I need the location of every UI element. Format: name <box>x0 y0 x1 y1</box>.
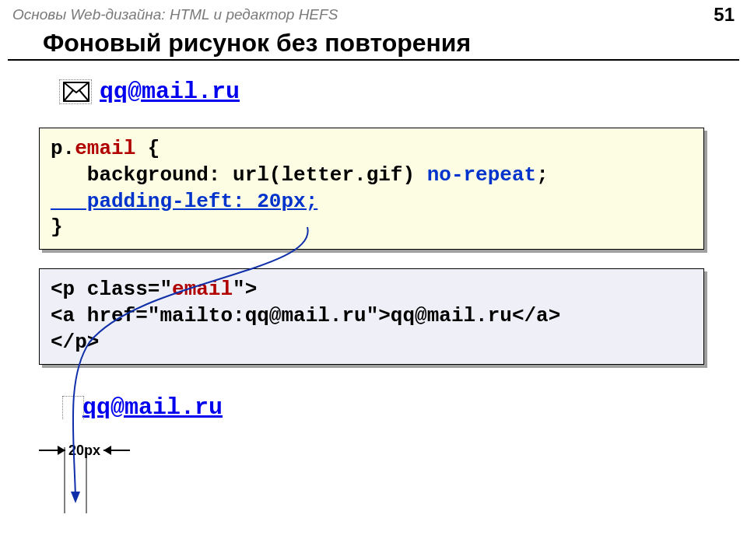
code-text: </p> <box>51 331 99 354</box>
code-text: background: url(letter.gif) <box>51 163 427 187</box>
dimension-annotation: 20px <box>37 443 747 459</box>
arrow-right-icon <box>102 443 132 457</box>
css-code-block: p.email { background: url(letter.gif) no… <box>39 128 704 250</box>
email-example-with-padding: qq@mail.ru <box>62 394 747 421</box>
code-text: { <box>135 137 160 160</box>
code-padding-line: padding-left: 20px; <box>51 190 317 213</box>
email-example-with-icon: qq@mail.ru <box>59 75 747 109</box>
padding-indicator-box <box>62 396 84 419</box>
email-link-1[interactable]: qq@mail.ru <box>100 79 240 105</box>
svg-marker-2 <box>58 446 65 455</box>
header-bar: Основы Web-дизайна: HTML и редактор HEFS… <box>0 0 747 27</box>
page-title: Фоновый рисунок без повторения <box>8 27 739 61</box>
code-value: no-repeat <box>427 163 536 187</box>
code-text: ; <box>536 163 549 187</box>
envelope-icon <box>59 79 92 104</box>
svg-marker-4 <box>103 446 111 455</box>
page-number: 51 <box>714 4 735 26</box>
svg-marker-7 <box>71 492 80 503</box>
html-code-block: <p class="email"> <a href="mailto:qq@mai… <box>39 268 704 364</box>
code-text: p. <box>51 137 75 160</box>
email-link-2[interactable]: qq@mail.ru <box>82 394 223 421</box>
code-text: "> <box>233 278 257 301</box>
code-text: <a href="mailto:qq@mail.ru">qq@mail.ru</… <box>51 304 560 327</box>
code-selector: email <box>75 137 135 160</box>
arrow-left-icon <box>37 443 67 457</box>
code-text: } <box>51 215 63 239</box>
dimension-label: 20px <box>67 443 102 459</box>
code-class: email <box>172 278 233 301</box>
breadcrumb: Основы Web-дизайна: HTML и редактор HEFS <box>12 6 338 23</box>
code-text: <p class=" <box>51 278 172 301</box>
